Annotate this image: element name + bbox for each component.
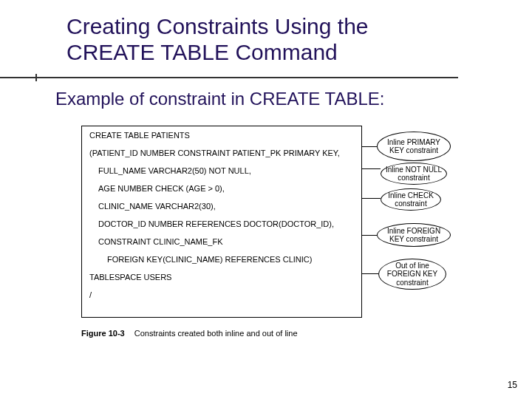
sql-line: FULL_NAME VARCHAR2(50) NOT NULL, bbox=[98, 166, 355, 175]
sql-line: (PATIENT_ID NUMBER CONSTRAINT PATIENT_PK… bbox=[89, 149, 355, 157]
title-rule bbox=[0, 74, 532, 83]
callout-connector bbox=[362, 273, 378, 274]
callout-primary-key: Inline PRIMARY KEY constraint bbox=[377, 132, 451, 161]
rule-line bbox=[0, 77, 458, 78]
callout-not-null: Inline NOT NULL constraint bbox=[381, 163, 447, 185]
figure-caption-text: Constraints created both inline and out … bbox=[134, 329, 298, 338]
figure-caption: Figure 10-3 Constraints created both inl… bbox=[81, 329, 298, 338]
sql-line: DOCTOR_ID NUMBER REFERENCES DOCTOR(DOCTO… bbox=[98, 219, 355, 228]
title-line-1: Creating Constraints Using the bbox=[66, 14, 369, 38]
figure-number: Figure 10-3 bbox=[81, 329, 125, 338]
slide-title: Creating Constraints Using the CREATE TA… bbox=[66, 13, 480, 66]
callout-foreign-key-inline: Inline FOREIGN KEY constraint bbox=[377, 223, 451, 247]
page-number: 15 bbox=[508, 380, 517, 390]
sql-line: CONSTRAINT CLINIC_NAME_FK bbox=[98, 237, 355, 246]
title-line-2: CREATE TABLE Command bbox=[66, 40, 338, 64]
callout-connector bbox=[362, 146, 377, 147]
callout-connector bbox=[362, 168, 381, 169]
callout-connector bbox=[362, 198, 381, 199]
sql-line: FOREIGN KEY(CLINIC_NAME) REFERENCES CLIN… bbox=[107, 255, 355, 264]
sql-line: CLINIC_NAME VARCHAR2(30), bbox=[98, 202, 355, 211]
sql-line: CREATE TABLE PATIENTS bbox=[89, 131, 355, 140]
callout-connector bbox=[362, 235, 377, 236]
sql-line: / bbox=[89, 290, 355, 299]
sql-code-box: CREATE TABLE PATIENTS (PATIENT_ID NUMBER… bbox=[81, 126, 362, 318]
subtitle: Example of constraint in CREATE TABLE: bbox=[55, 89, 385, 109]
figure: CREATE TABLE PATIENTS (PATIENT_ID NUMBER… bbox=[81, 126, 451, 347]
callout-foreign-key-outline: Out of line FOREIGN KEY constraint bbox=[378, 259, 446, 290]
callout-check: Inline CHECK constraint bbox=[381, 188, 441, 211]
sql-line: AGE NUMBER CHECK (AGE > 0), bbox=[98, 184, 355, 193]
sql-line: TABLESPACE USERS bbox=[89, 273, 355, 282]
rule-tick bbox=[35, 74, 37, 81]
